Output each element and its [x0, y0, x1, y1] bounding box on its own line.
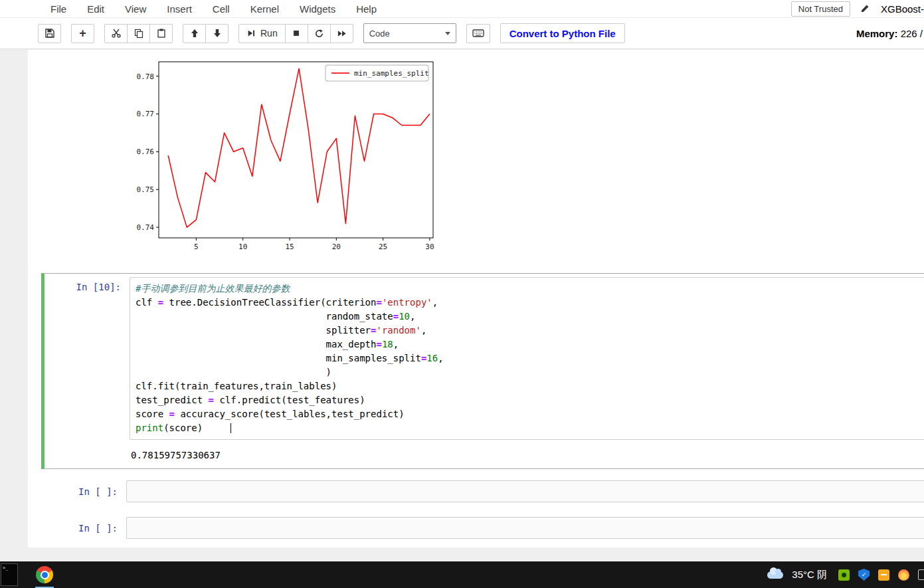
not-trusted-button[interactable]: Not Trusted: [791, 1, 850, 17]
pencil-icon: [860, 3, 870, 14]
chrome-taskbar-button[interactable]: [30, 561, 59, 588]
memory-label: Memory:: [856, 28, 898, 39]
code-editor[interactable]: #手动调参到目前为止效果最好的参数clf = tree.DecisionTree…: [130, 277, 924, 440]
cell-output-chart: 0.740.750.760.770.7851015202530min_sampl…: [28, 50, 924, 264]
plus-icon: +: [79, 27, 86, 39]
notebook-page: 0.740.750.760.770.7851015202530min_sampl…: [28, 50, 924, 547]
arrow-up-icon: [189, 28, 200, 39]
paste-cell-button[interactable]: [149, 24, 173, 43]
svg-text:0.75: 0.75: [137, 185, 155, 194]
code-line[interactable]: test_predict = clf.predict(test_features…: [136, 393, 919, 407]
cell-type-select[interactable]: Code: [363, 23, 456, 43]
svg-text:25: 25: [379, 243, 387, 251]
svg-text:30: 30: [425, 243, 434, 251]
arrow-down-icon: [212, 28, 223, 39]
menu-item-kernel[interactable]: Kernel: [250, 3, 279, 15]
paste-icon: [156, 28, 167, 39]
menu-item-cell[interactable]: Cell: [213, 3, 230, 15]
empty-code-cell-2[interactable]: In [ ]:: [41, 514, 924, 542]
chart-svg: 0.740.750.760.770.7851015202530min_sampl…: [130, 56, 436, 256]
console-window-icon[interactable]: >_: [1, 563, 18, 586]
svg-text:20: 20: [332, 243, 341, 251]
memory-indicator: Memory: 226 /: [856, 28, 924, 39]
code-line[interactable]: print(score): [136, 421, 919, 435]
run-button[interactable]: Run: [238, 24, 286, 43]
svg-text:0.77: 0.77: [137, 110, 155, 118]
tray-icon-partial[interactable]: [918, 569, 924, 580]
code-line[interactable]: splitter='random',: [136, 324, 919, 338]
step-forward-icon: [246, 29, 256, 38]
menu-item-widgets[interactable]: Widgets: [300, 3, 335, 15]
menu-item-insert[interactable]: Insert: [167, 3, 192, 15]
menu-item-file[interactable]: File: [50, 3, 66, 15]
input-prompt: In [ ]:: [45, 517, 126, 539]
add-cell-button[interactable]: +: [71, 24, 94, 43]
restart-run-all-button[interactable]: [330, 24, 353, 43]
svg-text:15: 15: [285, 243, 294, 251]
menu-item-view[interactable]: View: [125, 3, 146, 15]
run-button-label: Run: [260, 28, 278, 39]
notebook-header: FileEditViewInsertCellKernelWidgetsHelp …: [0, 0, 924, 49]
convert-to-python-button[interactable]: Convert to Python File: [500, 23, 625, 43]
weather-text[interactable]: 35°C 阴: [792, 569, 827, 581]
stop-icon: [292, 29, 301, 38]
fast-forward-icon: [337, 29, 347, 39]
chevron-down-icon: [445, 32, 450, 35]
command-palette-button[interactable]: [466, 24, 490, 43]
copy-icon: [134, 28, 144, 39]
copy-cell-button[interactable]: [127, 24, 150, 43]
input-prompt: In [ ]:: [45, 480, 126, 502]
move-cell-up-button[interactable]: [183, 24, 206, 43]
code-line[interactable]: random_state=10,: [136, 310, 919, 324]
code-line[interactable]: clf = tree.DecisionTreeClassifier(criter…: [136, 296, 919, 310]
menu-item-help[interactable]: Help: [356, 3, 377, 15]
notebook-scroll-area[interactable]: 0.740.750.760.770.7851015202530min_sampl…: [0, 50, 924, 561]
restart-kernel-button[interactable]: [308, 24, 331, 43]
scissors-icon: [111, 28, 122, 39]
tray-icon-orange[interactable]: [878, 569, 889, 581]
cell-type-selected: Code: [369, 29, 390, 39]
save-button[interactable]: [38, 24, 61, 43]
code-line[interactable]: max_depth=18,: [136, 338, 919, 351]
tray-icon-green[interactable]: [838, 569, 850, 581]
weather-icon[interactable]: [767, 571, 783, 579]
code-line[interactable]: #手动调参到目前为止效果最好的参数: [136, 282, 919, 296]
refresh-icon: [314, 29, 324, 39]
menu-item-edit[interactable]: Edit: [87, 3, 104, 15]
code-line[interactable]: clf.fit(train_features,train_lables): [136, 379, 919, 393]
keyboard-icon: [472, 29, 484, 38]
code-line[interactable]: ): [136, 365, 919, 379]
empty-code-editor-2[interactable]: [126, 517, 924, 539]
tray-shield-icon[interactable]: ✓: [858, 569, 870, 581]
empty-code-editor-1[interactable]: [126, 480, 924, 502]
output-prompt: [48, 440, 130, 465]
save-icon: [45, 28, 55, 39]
input-prompt: In [10]:: [48, 277, 130, 440]
system-tray: 35°C 阴 ✓: [767, 569, 924, 581]
svg-text:0.76: 0.76: [137, 147, 155, 156]
tray-flame-icon[interactable]: [898, 569, 909, 581]
chrome-icon: [36, 566, 53, 583]
empty-code-cell-1[interactable]: In [ ]:: [41, 477, 924, 506]
toolbar: + Run Code Convert to Python File: [0, 18, 924, 49]
code-line[interactable]: score = accuracy_score(test_lables,test_…: [136, 407, 919, 421]
code-line[interactable]: min_samples_split=16,: [136, 351, 919, 365]
menubar: FileEditViewInsertCellKernelWidgetsHelp …: [0, 0, 924, 18]
svg-text:5: 5: [194, 243, 199, 251]
svg-text:min_samples_split: min_samples_split: [354, 69, 429, 78]
cut-cell-button[interactable]: [104, 24, 128, 43]
cell-output-text: 0.78159757330637: [130, 440, 221, 465]
code-cell-in10[interactable]: In [10]: #手动调参到目前为止效果最好的参数clf = tree.Dec…: [41, 273, 924, 469]
interrupt-kernel-button[interactable]: [285, 24, 308, 43]
windows-taskbar: >_ 35°C 阴 ✓: [0, 561, 924, 588]
menubar-right: Not Trusted XGBoost-: [791, 1, 924, 17]
svg-text:10: 10: [238, 243, 247, 251]
svg-text:0.78: 0.78: [137, 72, 155, 81]
move-cell-down-button[interactable]: [205, 24, 229, 43]
output-row: 0.78159757330637: [48, 440, 924, 465]
kernel-name: XGBoost-: [881, 3, 924, 15]
memory-value: 226 /: [901, 28, 923, 39]
svg-text:0.74: 0.74: [137, 223, 155, 232]
